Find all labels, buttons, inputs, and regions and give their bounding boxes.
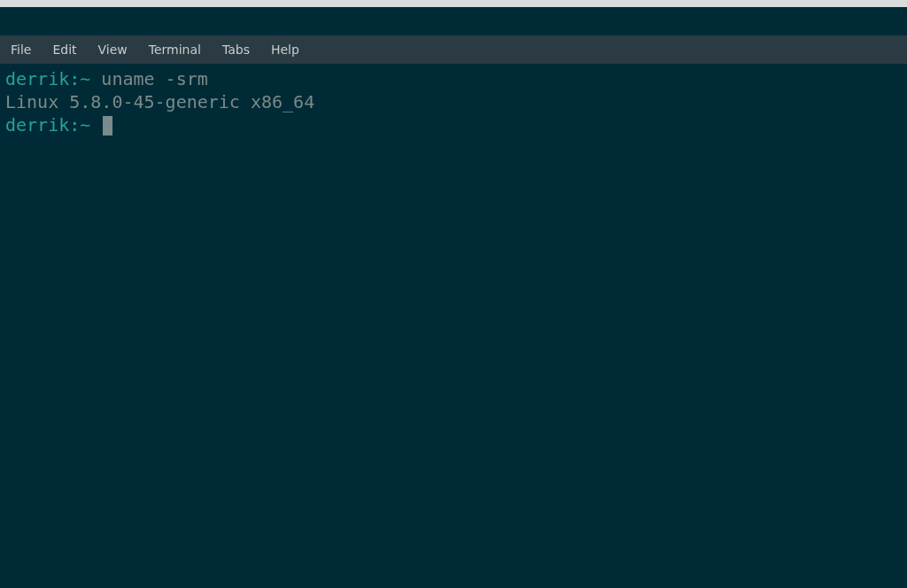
command-text: uname -srm xyxy=(90,68,207,89)
window-titlebar xyxy=(0,0,907,7)
prompt: derrik:~ xyxy=(5,114,101,135)
menu-help[interactable]: Help xyxy=(260,37,310,62)
menu-view[interactable]: View xyxy=(88,37,138,62)
menu-tabs[interactable]: Tabs xyxy=(212,37,260,62)
terminal-area[interactable]: derrik:~ uname -srm Linux 5.8.0-45-gener… xyxy=(0,64,907,588)
command-output: Linux 5.8.0-45-generic x86_64 xyxy=(5,91,314,112)
menu-edit[interactable]: Edit xyxy=(42,37,87,62)
terminal-line-3: derrik:~ xyxy=(5,113,902,136)
terminal-line-2: Linux 5.8.0-45-generic x86_64 xyxy=(5,90,902,113)
menubar: File Edit View Terminal Tabs Help xyxy=(0,35,907,64)
prompt: derrik:~ xyxy=(5,68,90,89)
menu-terminal[interactable]: Terminal xyxy=(138,37,212,62)
terminal-line-1: derrik:~ uname -srm xyxy=(5,67,902,90)
cursor-block-icon xyxy=(103,116,112,135)
menu-file[interactable]: File xyxy=(9,37,42,62)
